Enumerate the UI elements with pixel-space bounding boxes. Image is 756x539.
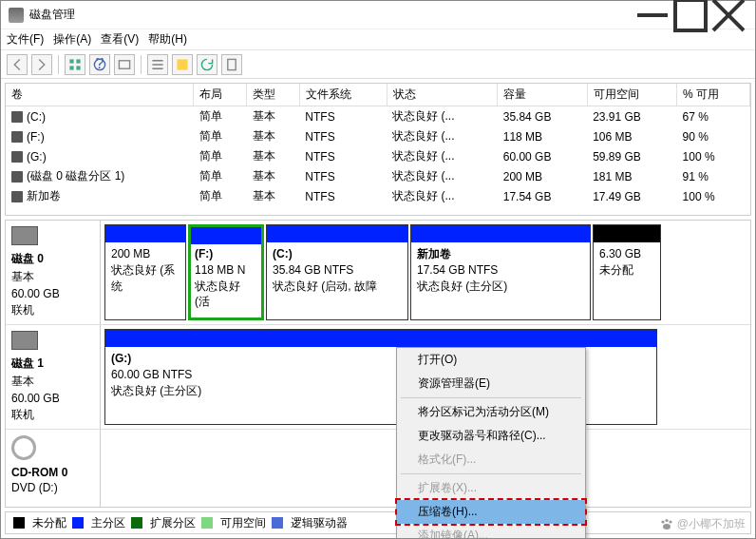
paw-icon	[659, 517, 674, 532]
maximize-button[interactable]	[671, 2, 709, 29]
disk-size: 60.00 GB	[11, 287, 94, 300]
col-layout[interactable]: 布局	[194, 84, 247, 106]
col-volume[interactable]: 卷	[6, 84, 194, 106]
svg-point-19	[663, 524, 671, 529]
legend-swatch-extended	[131, 517, 142, 529]
svg-rect-6	[69, 66, 73, 69]
svg-point-16	[661, 520, 664, 523]
refresh-button[interactable]	[197, 54, 217, 75]
properties-button[interactable]	[221, 54, 242, 75]
ctx-change-letter[interactable]: 更改驱动器号和路径(C)...	[397, 424, 585, 448]
partition-label: 新加卷	[417, 247, 451, 260]
legend-swatch-primary	[72, 517, 84, 529]
svg-rect-14	[177, 59, 187, 69]
disk-type: 基本	[11, 269, 94, 285]
col-fs[interactable]: 文件系统	[299, 84, 387, 106]
partition-size: 17.54 GB NTFS	[417, 262, 584, 279]
col-pctfree[interactable]: % 可用	[677, 84, 750, 106]
disk-size: 60.00 GB	[11, 392, 94, 405]
ctx-explorer[interactable]: 资源管理器(E)	[397, 372, 585, 395]
svg-text:?: ?	[95, 58, 104, 71]
col-status[interactable]: 状态	[387, 84, 498, 106]
ctx-shrink[interactable]: 压缩卷(H)...	[397, 500, 585, 524]
table-row[interactable]: (G:)简单基本NTFS状态良好 (...60.00 GB59.89 GB100…	[6, 146, 750, 166]
partition-selected[interactable]: (F:) 118 MB N 状态良好 (活	[188, 224, 264, 320]
toolbar-divider-2	[141, 55, 142, 74]
back-button[interactable]	[7, 54, 28, 75]
watermark-text: @小椰不加班	[677, 516, 746, 532]
partition-status: 状态良好 (启动, 故障	[273, 279, 402, 295]
close-button[interactable]	[709, 2, 747, 29]
disk-icon	[11, 331, 38, 350]
partition-size: 35.84 GB NTFS	[273, 262, 402, 279]
ctx-add-mirror[interactable]: 添加镜像(A)...	[397, 524, 585, 538]
volume-icon	[11, 151, 23, 163]
partition-unallocated[interactable]: 6.30 GB 未分配	[593, 224, 661, 320]
legend: 未分配 主分区 扩展分区 可用空间 逻辑驱动器	[5, 511, 751, 534]
disk-status: 联机	[11, 407, 94, 423]
disk-header-cdrom[interactable]: CD-ROM 0 DVD (D:) 无媒体	[6, 430, 101, 508]
toolbar-divider	[58, 55, 59, 74]
graphical-pane[interactable]: 磁盘 0 基本 60.00 GB 联机 200 MB 状态良好 (系统	[5, 220, 751, 508]
disk-type: 基本	[11, 374, 94, 390]
legend-extended: 扩展分区	[150, 515, 196, 531]
svg-rect-4	[69, 59, 73, 63]
partition-bar	[411, 225, 590, 242]
menu-help[interactable]: 帮助(H)	[148, 31, 187, 48]
minimize-button[interactable]	[633, 2, 671, 29]
ctx-extend[interactable]: 扩展卷(X)...	[397, 476, 585, 500]
ctx-separator	[401, 473, 581, 474]
volume-icon	[11, 171, 23, 183]
partition-label: (C:)	[273, 247, 293, 260]
legend-logical: 逻辑驱动器	[291, 515, 348, 531]
partition-label: (G:)	[111, 352, 131, 365]
help-button[interactable]: ?	[89, 54, 110, 75]
volume-icon	[11, 191, 23, 202]
cdrom-icon	[11, 435, 36, 460]
partition[interactable]: 新加卷 17.54 GB NTFS 状态良好 (主分区)	[410, 224, 591, 320]
watermark: @小椰不加班	[659, 516, 746, 532]
context-menu: 打开(O) 资源管理器(E) 将分区标记为活动分区(M) 更改驱动器号和路径(C…	[396, 347, 586, 538]
volume-table[interactable]: 卷 布局 类型 文件系统 状态 容量 可用空间 % 可用 (C:)简单基本NTF…	[6, 84, 750, 206]
table-row[interactable]: (磁盘 0 磁盘分区 1)简单基本NTFS状态良好 (...200 MB181 …	[6, 166, 750, 186]
col-capacity[interactable]: 容量	[498, 84, 587, 106]
partition[interactable]: 200 MB 状态良好 (系统	[104, 224, 186, 320]
disk-row-1: 磁盘 1 基本 60.00 GB 联机 (G:) 60.00 GB NTFS 状…	[6, 325, 750, 430]
svg-rect-15	[228, 59, 236, 69]
svg-point-18	[669, 520, 671, 523]
legend-unalloc: 未分配	[32, 515, 66, 531]
ctx-mark-active[interactable]: 将分区标记为活动分区(M)	[397, 400, 585, 424]
settings-button[interactable]	[114, 54, 135, 75]
svg-rect-7	[76, 66, 80, 69]
volume-list-pane[interactable]: 卷 布局 类型 文件系统 状态 容量 可用空间 % 可用 (C:)简单基本NTF…	[5, 83, 751, 216]
disk-header-1[interactable]: 磁盘 1 基本 60.00 GB 联机	[6, 325, 101, 429]
disk-header-0[interactable]: 磁盘 0 基本 60.00 GB 联机	[6, 221, 101, 324]
disk-row-0: 磁盘 0 基本 60.00 GB 联机 200 MB 状态良好 (系统	[6, 221, 750, 325]
ctx-format[interactable]: 格式化(F)...	[397, 448, 585, 472]
toolbar: ?	[1, 50, 755, 79]
menubar: 文件(F) 操作(A) 查看(V) 帮助(H)	[1, 29, 755, 50]
legend-swatch-logical	[272, 517, 283, 529]
detail-view-button[interactable]	[172, 54, 193, 75]
legend-swatch-unalloc	[13, 517, 25, 529]
volume-icon	[11, 131, 23, 143]
table-row[interactable]: (F:)简单基本NTFS状态良好 (...118 MB106 MB90 %	[6, 126, 750, 146]
forward-button[interactable]	[31, 54, 52, 75]
ctx-open[interactable]: 打开(O)	[397, 348, 585, 372]
col-free[interactable]: 可用空间	[587, 84, 676, 106]
partition-bar	[105, 225, 185, 242]
menu-file[interactable]: 文件(F)	[7, 31, 44, 48]
svg-point-17	[665, 518, 668, 521]
menu-action[interactable]: 操作(A)	[53, 31, 91, 48]
disk-icon	[11, 226, 38, 245]
partition-size: 200 MB	[111, 246, 180, 262]
views-button[interactable]	[65, 54, 85, 75]
list-view-button[interactable]	[147, 54, 168, 75]
table-row[interactable]: 新加卷简单基本NTFS状态良好 (...17.54 GB17.49 GB100 …	[6, 186, 750, 206]
ctx-separator	[401, 397, 581, 398]
table-row[interactable]: (C:)简单基本NTFS状态良好 (...35.84 GB23.91 GB67 …	[6, 106, 750, 127]
menu-view[interactable]: 查看(V)	[101, 31, 139, 48]
col-type[interactable]: 类型	[247, 84, 300, 106]
partition[interactable]: (C:) 35.84 GB NTFS 状态良好 (启动, 故障	[266, 224, 408, 320]
partition-status: 未分配	[599, 262, 654, 279]
